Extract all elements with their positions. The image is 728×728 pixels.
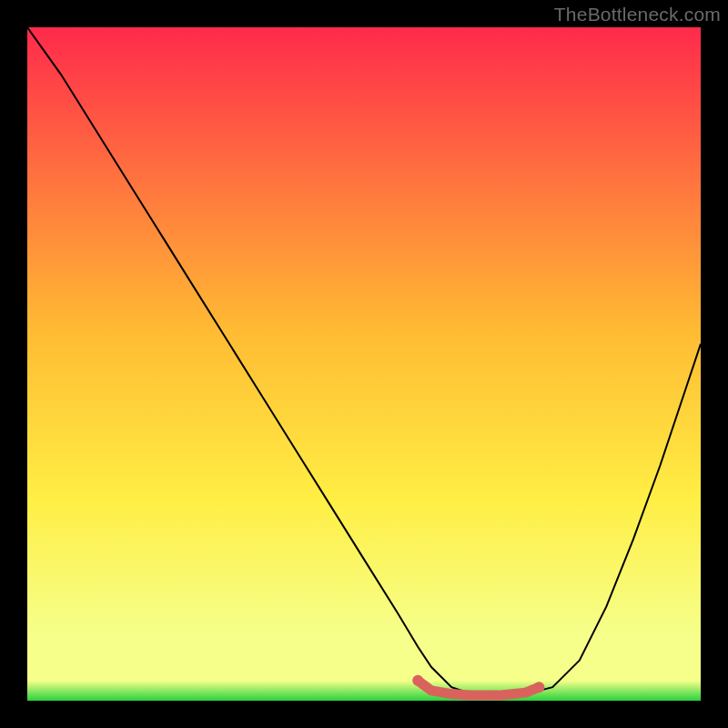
plot-area xyxy=(27,27,701,701)
gradient-background xyxy=(27,27,701,701)
optimal-band-start-dot xyxy=(412,675,423,686)
watermark-text: TheBottleneck.com xyxy=(554,4,721,25)
chart-svg xyxy=(27,27,701,701)
chart-frame: TheBottleneck.com xyxy=(0,0,728,728)
optimal-band-end-dot xyxy=(533,682,544,693)
